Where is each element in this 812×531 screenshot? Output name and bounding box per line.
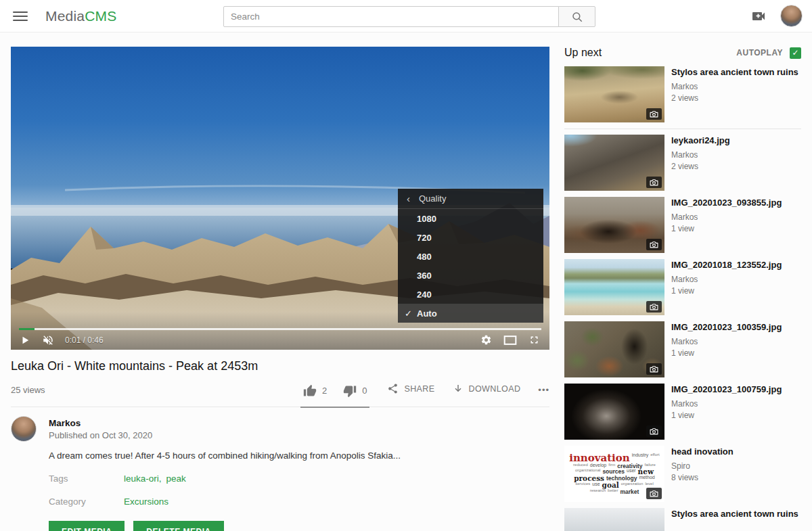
item-author: Markos	[671, 82, 798, 91]
edit-media-button[interactable]: EDIT MEDIA	[49, 521, 125, 531]
author-avatar[interactable]	[11, 416, 37, 442]
category-label: Category	[49, 497, 124, 507]
mute-button[interactable]	[42, 334, 54, 346]
autoplay-checkbox[interactable]: ✓	[790, 47, 801, 59]
search-button[interactable]	[558, 6, 595, 27]
top-bar: MediaCMS	[0, 0, 812, 32]
up-next-list: Stylos area ancient town ruins Markos 2 …	[564, 66, 801, 531]
up-next-item[interactable]: IMG_20201023_093855.jpg Markos 1 view	[564, 197, 801, 253]
category-row: Category Excursions	[49, 497, 549, 507]
quality-menu-header[interactable]: ‹ Quality	[398, 189, 543, 209]
camera-badge	[646, 108, 662, 120]
thumbs-down-icon	[343, 384, 357, 398]
item-views: 1 view	[671, 411, 782, 420]
item-views: 1 view	[671, 224, 782, 233]
settings-gear-icon	[480, 334, 492, 346]
media-thumbnail[interactable]: innovationindustryeffortreduceddevelopfi…	[564, 446, 664, 502]
fullscreen-icon	[528, 334, 540, 346]
camera-icon	[650, 428, 658, 435]
dislike-count: 0	[362, 386, 367, 396]
item-title[interactable]: head inovation	[671, 446, 734, 457]
quality-option-480[interactable]: 480	[398, 247, 543, 266]
video-upload-icon[interactable]	[750, 8, 767, 24]
like-button[interactable]: 2	[303, 384, 327, 398]
wordcloud-word: better	[608, 489, 618, 494]
media-thumbnail[interactable]	[564, 66, 664, 122]
quality-option-label: 360	[417, 271, 432, 281]
item-title[interactable]: IMG_20201023_100359.jpg	[671, 322, 782, 333]
user-avatar[interactable]	[780, 5, 803, 27]
item-title[interactable]: Stylos area ancient town ruins	[671, 509, 798, 520]
camera-icon	[650, 490, 658, 497]
hamburger-menu-icon[interactable]	[13, 11, 28, 21]
wordcloud-word: research	[590, 489, 606, 494]
wordcloud-word: market	[620, 489, 639, 494]
item-title[interactable]: leykaori24.jpg	[671, 135, 730, 146]
item-title[interactable]: IMG_20201023_100759.jpg	[671, 384, 782, 395]
camera-badge	[646, 301, 662, 313]
player-controls: 0:01 / 0:46	[11, 330, 549, 350]
media-thumbnail[interactable]	[564, 321, 664, 377]
search-input[interactable]	[223, 6, 559, 27]
media-thumbnail[interactable]	[564, 508, 664, 531]
settings-button[interactable]	[480, 334, 492, 346]
up-next-item[interactable]: IMG_20201023_100359.jpg Markos 1 view	[564, 321, 801, 377]
quality-option-240[interactable]: 240	[398, 285, 543, 304]
media-thumbnail[interactable]	[564, 135, 664, 191]
author-row: Markos Published on Oct 30, 2020	[11, 416, 549, 442]
autoplay-label: AUTOPLAY	[736, 48, 783, 57]
publish-date: Published on Oct 30, 2020	[49, 430, 152, 440]
theater-mode-button[interactable]	[503, 335, 517, 346]
more-options-button[interactable]: •••	[538, 382, 549, 395]
camera-icon	[650, 241, 658, 248]
up-next-item[interactable]: innovationindustryeffortreduceddevelopfi…	[564, 446, 801, 502]
tag-link[interactable]: leuka-ori,	[124, 474, 162, 484]
item-title[interactable]: Stylos area ancient town ruins	[671, 67, 798, 78]
search-icon	[571, 11, 583, 23]
download-icon	[453, 384, 464, 394]
quality-option-1080[interactable]: 1080	[398, 209, 543, 228]
fullscreen-button[interactable]	[528, 334, 540, 346]
up-next-item[interactable]: IMG_20201023_100759.jpg Markos 1 view	[564, 384, 801, 440]
camera-icon	[650, 179, 658, 186]
up-next-item[interactable]: leykaori24.jpg Markos 2 views	[564, 135, 801, 191]
share-button[interactable]: SHARE	[387, 383, 434, 394]
app-logo[interactable]: MediaCMS	[45, 8, 116, 24]
item-title[interactable]: IMG_20201023_093855.jpg	[671, 198, 782, 208]
tag-links: leuka-ori,peak	[124, 474, 191, 484]
quality-menu-title: Quality	[419, 193, 446, 204]
time-display: 0:01 / 0:46	[65, 336, 104, 345]
meta-row: 25 views 2 0	[11, 382, 549, 407]
quality-option-auto[interactable]: ✓Auto	[398, 304, 543, 323]
item-views: 1 view	[671, 286, 782, 296]
camera-icon	[650, 365, 658, 373]
tag-link[interactable]: peak	[166, 474, 186, 484]
quality-option-label: 720	[417, 233, 432, 243]
quality-option-720[interactable]: 720	[398, 228, 543, 247]
up-next-title: Up next	[564, 47, 602, 59]
up-next-item[interactable]: Stylos area ancient town ruins	[564, 508, 801, 531]
up-next-item[interactable]: IMG_20201018_123552.jpg Markos 1 view	[564, 259, 801, 315]
autoplay-toggle[interactable]: AUTOPLAY ✓	[736, 47, 801, 59]
play-icon	[20, 336, 30, 345]
quality-option-360[interactable]: 360	[398, 266, 543, 285]
media-thumbnail[interactable]	[564, 259, 664, 315]
up-next-item[interactable]: Stylos area ancient town ruins Markos 2 …	[564, 66, 801, 122]
item-author: Markos	[671, 337, 782, 346]
item-author: Markos	[671, 212, 782, 222]
download-label: DOWNLOAD	[469, 384, 521, 394]
camera-badge	[646, 363, 662, 375]
category-link[interactable]: Excursions	[124, 497, 168, 507]
media-thumbnail[interactable]	[564, 197, 664, 253]
dislike-button[interactable]: 0	[343, 384, 367, 398]
download-button[interactable]: DOWNLOAD	[453, 384, 521, 394]
author-name[interactable]: Markos	[49, 418, 152, 428]
play-button[interactable]	[20, 336, 30, 345]
share-icon	[387, 383, 399, 394]
page-content: ‹ Quality 1080720480360240✓Auto	[0, 32, 812, 531]
video-player[interactable]: ‹ Quality 1080720480360240✓Auto	[11, 47, 549, 350]
media-thumbnail[interactable]	[564, 384, 664, 440]
item-title[interactable]: IMG_20201018_123552.jpg	[671, 260, 782, 271]
delete-media-button[interactable]: DELETE MEDIA	[133, 521, 223, 531]
camera-badge	[646, 488, 662, 499]
